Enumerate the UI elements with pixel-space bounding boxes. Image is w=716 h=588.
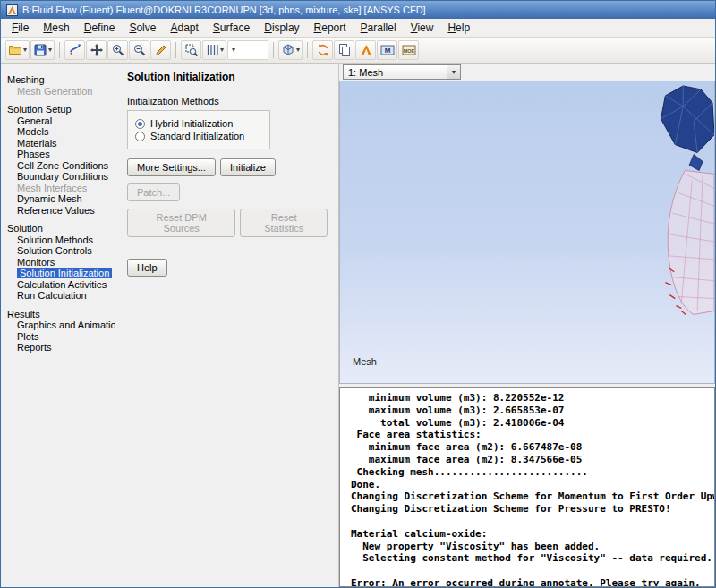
tree-item-cell-zone-conditions[interactable]: Cell Zone Conditions xyxy=(1,160,115,172)
tree-item-dynamic-mesh[interactable]: Dynamic Mesh xyxy=(1,193,115,205)
console-line: New property "Viscosity" has been added. xyxy=(351,541,714,553)
task-panel: Solution Initialization Initialization M… xyxy=(116,64,338,587)
tree-item-mesh-generation[interactable]: Mesh Generation xyxy=(1,86,115,98)
surface-combobox[interactable]: ▾ xyxy=(227,40,268,60)
open-file-button[interactable]: ▾ xyxy=(5,40,30,60)
menu-file[interactable]: File xyxy=(4,20,36,36)
graphics-corner-label: Mesh xyxy=(353,356,377,367)
zoom-out-button[interactable] xyxy=(129,40,149,60)
tree-item-solution-initialization[interactable]: Solution Initialization xyxy=(1,268,115,279)
more-settings-button[interactable]: More Settings... xyxy=(127,158,216,176)
options-badge-button[interactable]: MOE xyxy=(398,40,419,60)
console-line: Face area statistics: xyxy=(351,429,714,441)
console-output[interactable]: minimum volume (m3): 8.220552e-12 maximu… xyxy=(339,387,715,587)
view-selector-value: 1: Mesh xyxy=(348,67,383,78)
menubar: FileMeshDefineSolveAdaptSurfaceDisplayRe… xyxy=(1,19,715,38)
tree-item-reference-values[interactable]: Reference Values xyxy=(1,205,115,217)
console-line: minimum volume (m3): 8.220552e-12 xyxy=(351,392,714,405)
menu-help[interactable]: Help xyxy=(440,20,477,36)
menu-solve[interactable]: Solve xyxy=(122,20,163,36)
tree-section-meshing[interactable]: Meshing xyxy=(1,74,115,86)
ansys-workbench-button[interactable] xyxy=(355,40,376,60)
console-line: maximum volume (m3): 2.665853e-07 xyxy=(351,405,714,417)
pan-button[interactable] xyxy=(86,40,107,60)
rotate-view-button[interactable] xyxy=(64,40,85,60)
chevron-down-icon: ▾ xyxy=(296,47,300,54)
svg-text:MOE: MOE xyxy=(403,48,414,54)
tree-item-models[interactable]: Models xyxy=(1,126,115,138)
toolbar-separator xyxy=(273,42,274,58)
save-button[interactable]: ▾ xyxy=(30,40,55,60)
fit-to-window-button[interactable] xyxy=(181,40,201,60)
toolbar: ▾▾▾▾▾MMOE xyxy=(1,38,715,64)
tree-item-plots[interactable]: Plots xyxy=(1,331,115,343)
tree-section-solution-setup[interactable]: Solution Setup xyxy=(1,104,115,115)
reset-dpm-sources-button[interactable]: Reset DPM Sources xyxy=(127,209,235,237)
chevron-down-icon: ▾ xyxy=(220,47,224,54)
toolbar-separator xyxy=(307,42,308,58)
toolbar-separator xyxy=(59,42,60,58)
mesh-render xyxy=(340,81,714,383)
tree-item-solution-methods[interactable]: Solution Methods xyxy=(1,234,115,246)
menu-view[interactable]: View xyxy=(404,20,441,36)
help-button[interactable]: Help xyxy=(127,259,167,277)
standard-initialization-radio[interactable]: Standard Initialization xyxy=(135,131,262,141)
tree-item-materials[interactable]: Materials xyxy=(1,138,115,149)
window-title: B:Fluid Flow (Fluent) Fluent@DOKRNLR3COR… xyxy=(22,4,426,15)
tree-item-phases[interactable]: Phases xyxy=(1,149,115,160)
graphics-view-selector[interactable]: 1: Mesh ▼ xyxy=(343,64,461,80)
navigation-tree: MeshingMesh GenerationSolution SetupGene… xyxy=(1,64,115,587)
copy-icon xyxy=(337,43,352,57)
reset-statistics-button[interactable]: Reset Statistics xyxy=(240,209,328,237)
cube-icon xyxy=(281,43,295,57)
tree-item-graphics-and-animations[interactable]: Graphics and Animations xyxy=(1,320,115,331)
console-line: maximum face area (m2): 8.347566e-05 xyxy=(351,454,714,466)
rotate-icon xyxy=(68,43,82,57)
patch-button[interactable]: Patch... xyxy=(127,183,180,201)
tree-item-reports[interactable]: Reports xyxy=(1,342,115,354)
zoom-out-icon xyxy=(132,43,147,57)
tree-section-solution[interactable]: Solution xyxy=(1,223,115,234)
console-line xyxy=(351,516,714,528)
tree-item-run-calculation[interactable]: Run Calculation xyxy=(1,290,115,302)
initialization-methods-group: Hybrid Initialization Standard Initializ… xyxy=(127,110,270,149)
menu-define[interactable]: Define xyxy=(77,20,123,36)
refresh-workbench-button[interactable] xyxy=(312,40,333,60)
svg-text:M: M xyxy=(384,47,390,55)
console-line: Done. xyxy=(351,479,714,491)
graphics-viewport[interactable]: Mesh xyxy=(339,81,715,384)
console-line xyxy=(351,565,714,577)
wireframe-display-button[interactable]: ▾ xyxy=(202,40,226,60)
toolbar-separator xyxy=(175,42,176,58)
tree-item-calculation-activities[interactable]: Calculation Activities xyxy=(1,279,115,291)
orientation-cube-button[interactable]: ▾ xyxy=(278,40,303,60)
tree-section-results[interactable]: Results xyxy=(1,309,115,320)
zoom-in-icon xyxy=(111,43,125,57)
copy-screenshot-button[interactable] xyxy=(334,40,354,60)
grid-icon xyxy=(205,43,219,57)
badge-moe-icon: MOE xyxy=(402,43,416,57)
menu-mesh[interactable]: Mesh xyxy=(36,20,76,36)
zoom-in-button[interactable] xyxy=(107,40,128,60)
tree-item-monitors[interactable]: Monitors xyxy=(1,257,115,268)
model-badge-button[interactable]: M xyxy=(377,40,397,60)
menu-parallel[interactable]: Parallel xyxy=(354,20,404,36)
pan-icon xyxy=(90,43,104,57)
graphics-and-console-area: 1: Mesh ▼ Mesh minimum v xyxy=(338,64,715,587)
tree-item-boundary-conditions[interactable]: Boundary Conditions xyxy=(1,171,115,183)
tree-item-mesh-interfaces[interactable]: Mesh Interfaces xyxy=(1,183,115,194)
tree-item-solution-controls[interactable]: Solution Controls xyxy=(1,245,115,257)
menu-report[interactable]: Report xyxy=(307,20,354,36)
initialize-button[interactable]: Initialize xyxy=(220,158,276,176)
hybrid-initialization-radio[interactable]: Hybrid Initialization xyxy=(135,118,262,129)
menu-surface[interactable]: Surface xyxy=(206,20,257,36)
console-line: Error: An error occurred during annotate… xyxy=(351,577,714,587)
titlebar[interactable]: B:Fluid Flow (Fluent) Fluent@DOKRNLR3COR… xyxy=(1,1,715,19)
probe-button[interactable] xyxy=(150,40,171,60)
badge-m-icon: M xyxy=(380,43,395,57)
tree-item-general[interactable]: General xyxy=(1,115,115,127)
menu-display[interactable]: Display xyxy=(257,20,306,36)
main-area: MeshingMesh GenerationSolution SetupGene… xyxy=(1,64,715,587)
console-line: Material calcium-oxide: xyxy=(351,528,714,541)
menu-adapt[interactable]: Adapt xyxy=(163,20,205,36)
